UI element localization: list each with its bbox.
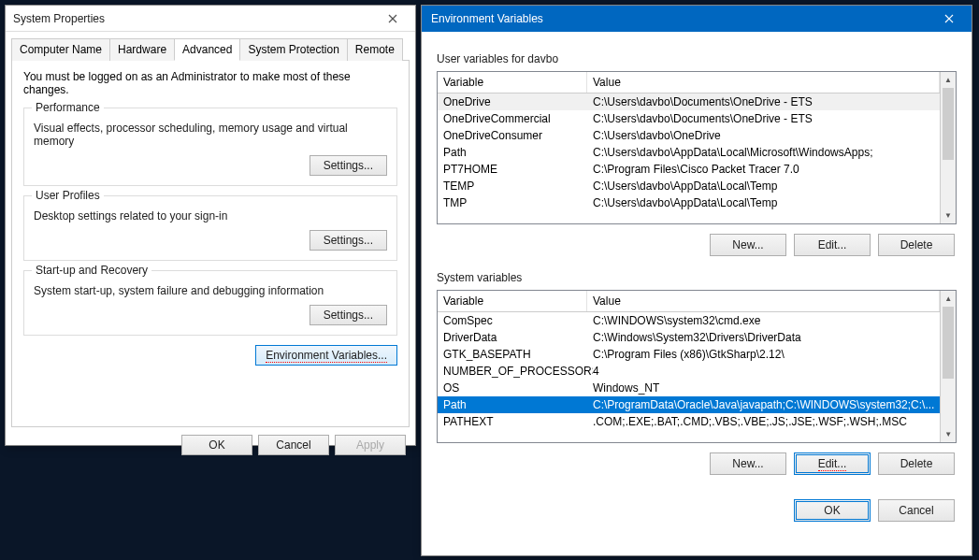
var-name: PT7HOME xyxy=(443,163,593,176)
var-name: Path xyxy=(443,398,593,411)
envvar-title: Environment Variables xyxy=(431,12,930,25)
user-vars-scrollbar[interactable]: ▲ ▼ xyxy=(940,72,956,223)
var-name: NUMBER_OF_PROCESSORS xyxy=(443,365,593,378)
scroll-down-icon[interactable]: ▼ xyxy=(941,208,956,223)
scroll-thumb[interactable] xyxy=(943,307,954,379)
user-delete-button[interactable]: Delete xyxy=(878,234,955,256)
var-value: C:\Users\davbo\Documents\OneDrive - ETS xyxy=(593,112,934,125)
col-value[interactable]: Value xyxy=(587,72,940,93)
user-vars-header: Variable Value xyxy=(438,72,940,93)
var-name: OneDriveCommercial xyxy=(443,112,593,125)
var-name: OneDrive xyxy=(443,95,593,108)
table-row[interactable]: PathC:\ProgramData\Oracle\Java\javapath;… xyxy=(438,396,940,413)
table-row[interactable]: OneDriveC:\Users\davbo\Documents\OneDriv… xyxy=(438,93,940,110)
system-vars-listbox[interactable]: Variable Value ComSpecC:\WINDOWS\system3… xyxy=(437,290,957,443)
table-row[interactable]: TEMPC:\Users\davbo\AppData\Local\Temp xyxy=(438,178,940,194)
user-profiles-groupbox: User Profiles Desktop settings related t… xyxy=(23,195,397,261)
user-profiles-title: User Profiles xyxy=(32,189,104,202)
table-row[interactable]: PT7HOMEC:\Program Files\Cisco Packet Tra… xyxy=(438,161,940,178)
performance-groupbox: Performance Visual effects, processor sc… xyxy=(23,108,397,186)
cancel-button[interactable]: Cancel xyxy=(258,435,329,455)
system-vars-scrollbar[interactable]: ▲ ▼ xyxy=(940,291,956,442)
var-value: .COM;.EXE;.BAT;.CMD;.VBS;.VBE;.JS;.JSE;.… xyxy=(593,415,934,428)
var-name: OneDriveConsumer xyxy=(443,129,593,142)
user-edit-button[interactable]: Edit... xyxy=(794,234,871,256)
scroll-up-icon[interactable]: ▲ xyxy=(941,291,956,307)
system-new-button[interactable]: New... xyxy=(710,452,786,475)
table-row[interactable]: PATHEXT.COM;.EXE;.BAT;.CMD;.VBS;.VBE;.JS… xyxy=(438,413,940,430)
col-variable[interactable]: Variable xyxy=(438,72,587,93)
var-value: Windows_NT xyxy=(593,381,934,395)
col-variable[interactable]: Variable xyxy=(438,291,587,311)
tab-remote[interactable]: Remote xyxy=(347,38,403,61)
close-icon xyxy=(388,14,397,23)
var-name: OS xyxy=(443,381,593,395)
table-row[interactable]: GTK_BASEPATHC:\Program Files (x86)\GtkSh… xyxy=(438,346,940,363)
table-row[interactable]: OSWindows_NT xyxy=(438,380,940,396)
sysprop-tabs: Computer NameHardwareAdvancedSystem Prot… xyxy=(11,37,410,61)
var-name: ComSpec xyxy=(443,314,593,327)
var-value: C:\ProgramData\Oracle\Java\javapath;C:\W… xyxy=(593,398,934,411)
var-value: 4 xyxy=(593,365,934,378)
user-profiles-desc: Desktop settings related to your sign-in xyxy=(34,209,387,223)
var-name: PATHEXT xyxy=(443,415,593,428)
close-button[interactable] xyxy=(374,7,411,30)
performance-settings-button[interactable]: Settings... xyxy=(310,155,387,176)
user-vars-listbox[interactable]: Variable Value OneDriveC:\Users\davbo\Do… xyxy=(437,71,957,224)
scroll-thumb[interactable] xyxy=(943,88,954,160)
scroll-down-icon[interactable]: ▼ xyxy=(941,426,956,442)
close-icon xyxy=(944,14,954,23)
apply-button[interactable]: Apply xyxy=(335,435,406,455)
var-name: Path xyxy=(443,146,593,159)
startup-recovery-groupbox: Start-up and Recovery System start-up, s… xyxy=(23,270,397,336)
tab-advanced-body: You must be logged on as an Administrato… xyxy=(11,61,410,427)
table-row[interactable]: OneDriveConsumerC:\Users\davbo\OneDrive xyxy=(438,127,940,144)
cancel-button[interactable]: Cancel xyxy=(878,499,955,522)
table-row[interactable]: OneDriveCommercialC:\Users\davbo\Documen… xyxy=(438,110,940,127)
startup-recovery-desc: System start-up, system failure and debu… xyxy=(34,284,387,297)
tab-advanced[interactable]: Advanced xyxy=(174,38,240,61)
table-row[interactable]: ComSpecC:\WINDOWS\system32\cmd.exe xyxy=(438,312,940,329)
user-vars-buttons: New... Edit... Delete xyxy=(437,224,957,262)
var-value: C:\Users\davbo\AppData\Local\Temp xyxy=(593,179,934,193)
system-vars-title: System variables xyxy=(437,271,957,284)
var-name: TEMP xyxy=(443,179,593,193)
var-value: C:\Users\davbo\Documents\OneDrive - ETS xyxy=(593,95,934,108)
var-value: C:\Users\davbo\OneDrive xyxy=(593,129,934,142)
user-profiles-settings-button[interactable]: Settings... xyxy=(310,230,387,251)
sysprop-tabregion: Computer NameHardwareAdvancedSystem Prot… xyxy=(6,32,415,427)
sysprop-title: System Properties xyxy=(13,12,374,25)
ok-button[interactable]: OK xyxy=(181,435,252,455)
system-edit-button[interactable]: Edit... xyxy=(794,452,871,475)
col-value[interactable]: Value xyxy=(587,291,940,311)
var-value: C:\Program Files (x86)\GtkSharp\2.12\ xyxy=(593,348,934,361)
system-delete-button[interactable]: Delete xyxy=(878,452,955,475)
environment-variables-button[interactable]: Environment Variables... xyxy=(255,345,397,366)
var-value: C:\Windows\System32\Drivers\DriverData xyxy=(593,331,934,344)
close-button[interactable] xyxy=(930,7,968,30)
ok-button[interactable]: OK xyxy=(794,499,871,522)
performance-title: Performance xyxy=(32,101,104,114)
scroll-up-icon[interactable]: ▲ xyxy=(941,72,956,88)
startup-recovery-settings-button[interactable]: Settings... xyxy=(310,305,387,325)
performance-desc: Visual effects, processor scheduling, me… xyxy=(34,122,387,148)
sysprop-dialog-buttons: OK Cancel Apply xyxy=(6,427,415,463)
tab-system-protection[interactable]: System Protection xyxy=(239,38,347,61)
admin-message: You must be logged on as an Administrato… xyxy=(23,70,397,96)
user-new-button[interactable]: New... xyxy=(710,234,786,256)
envvar-content: User variables for davbo Variable Value … xyxy=(422,32,972,535)
sysprop-titlebar: System Properties xyxy=(6,6,415,32)
tab-computer-name[interactable]: Computer Name xyxy=(11,38,110,61)
system-vars-buttons: New... Edit... Delete xyxy=(437,443,957,481)
table-row[interactable]: TMPC:\Users\davbo\AppData\Local\Temp xyxy=(438,194,940,211)
tab-hardware[interactable]: Hardware xyxy=(109,38,175,61)
table-row[interactable]: PathC:\Users\davbo\AppData\Local\Microso… xyxy=(438,144,940,161)
envvar-dialog-buttons: OK Cancel xyxy=(437,499,957,522)
table-row[interactable]: NUMBER_OF_PROCESSORS4 xyxy=(438,363,940,380)
table-row[interactable]: DriverDataC:\Windows\System32\Drivers\Dr… xyxy=(438,329,940,346)
var-value: C:\Users\davbo\AppData\Local\Microsoft\W… xyxy=(593,146,934,159)
envvar-titlebar: Environment Variables xyxy=(422,6,972,32)
var-value: C:\Program Files\Cisco Packet Tracer 7.0 xyxy=(593,163,934,176)
startup-recovery-title: Start-up and Recovery xyxy=(32,264,151,277)
environment-variables-dialog: Environment Variables User variables for… xyxy=(421,5,972,556)
